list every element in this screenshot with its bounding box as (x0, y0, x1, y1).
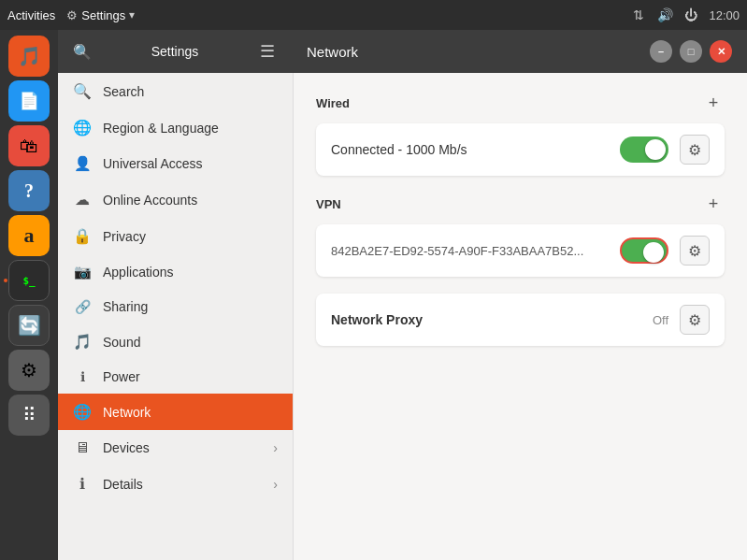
vpn-section-header: VPN + (316, 193, 725, 215)
sidebar-item-label: Privacy (103, 229, 146, 244)
sidebar-item-privacy[interactable]: 🔒 Privacy (58, 218, 293, 254)
dock-icon-appcenter[interactable]: 🛍 (8, 125, 50, 166)
vpn-row: 842BA2E7-ED92-5574-A90F-F33ABAA7B52... ⚙ (316, 224, 725, 277)
sidebar-item-region[interactable]: 🌐 Region & Language (58, 109, 293, 146)
globe-icon: 🌐 (73, 119, 92, 136)
content-area: Wired + Connected - 1000 Mb/s ⚙ VPN + (294, 73, 747, 560)
network-indicator-icon[interactable]: ⇅ (630, 7, 647, 23)
vpn-card: 842BA2E7-ED92-5574-A90F-F33ABAA7B52... ⚙ (316, 224, 725, 277)
search-icon-button[interactable]: 🔍 (69, 38, 95, 65)
vpn-add-button[interactable]: + (702, 193, 725, 215)
sidebar-item-universal-access[interactable]: 👤 Universal Access (58, 146, 293, 181)
chevron-right-icon: › (273, 477, 278, 492)
sidebar-item-sharing[interactable]: 🔗 Sharing (58, 290, 293, 323)
topbar: Activities ⚙ Settings ▾ ⇅ 🔊 ⏻ 12:00 (0, 0, 747, 30)
sidebar-item-network[interactable]: 🌐 Network (58, 394, 293, 430)
sound-icon: 🎵 (73, 333, 92, 351)
menu-button[interactable]: ☰ (254, 38, 280, 65)
clock: 12:00 (709, 8, 740, 22)
proxy-status: Off (653, 313, 668, 327)
close-button[interactable]: ✕ (710, 40, 732, 63)
vpn-label: VPN (316, 197, 341, 211)
devices-icon: 🖥 (73, 439, 92, 456)
proxy-label: Network Proxy (331, 312, 653, 327)
wired-settings-button[interactable]: ⚙ (680, 135, 710, 165)
search-icon: 🔍 (73, 82, 92, 100)
wired-card: Connected - 1000 Mb/s ⚙ (316, 123, 725, 176)
applications-icon: 📷 (73, 264, 92, 280)
dock-icon-amazon[interactable]: a (8, 215, 50, 256)
dock-icon-files[interactable]: 📄 (8, 80, 50, 122)
window-title: Network (307, 44, 358, 60)
volume-icon[interactable]: 🔊 (656, 7, 673, 23)
sidebar-item-label: Devices (103, 440, 150, 455)
sidebar-item-power[interactable]: ℹ Power (58, 360, 293, 394)
sidebar-item-label: Sound (103, 335, 140, 350)
proxy-settings-button[interactable]: ⚙ (680, 305, 710, 335)
wired-add-button[interactable]: + (702, 92, 725, 114)
chevron-right-icon: › (273, 440, 278, 455)
proxy-card: Network Proxy Off ⚙ (316, 294, 725, 346)
sidebar-item-label: Region & Language (103, 121, 219, 136)
sidebar-header: 🔍 Settings ☰ (58, 38, 292, 65)
main-container: 🎵 📄 🛍 ? a $_ 🔄 ⚙ ⠿ 🔍 Settings ☰ Network … (0, 30, 747, 560)
dock-icon-updater[interactable]: 🔄 (8, 305, 50, 346)
dock-icon-rhythmbox[interactable]: 🎵 (8, 36, 50, 77)
sharing-icon: 🔗 (73, 299, 92, 314)
sidebar-item-label: Sharing (103, 299, 148, 314)
vpn-id: 842BA2E7-ED92-5574-A90F-F33ABAA7B52... (331, 244, 620, 258)
sidebar-item-devices[interactable]: 🖥 Devices › (58, 430, 293, 466)
sidebar: 🔍 Search 🌐 Region & Language 👤 Universal… (58, 73, 294, 560)
wired-label: Wired (316, 96, 350, 110)
settings-window: 🔍 Settings ☰ Network – □ ✕ 🔍 Search (58, 30, 747, 560)
lock-icon: 🔒 (73, 227, 92, 245)
active-dot (4, 279, 7, 282)
sidebar-item-label: Power (103, 369, 140, 384)
dock-icon-settings[interactable]: ⚙ (8, 350, 50, 391)
details-icon: ℹ (73, 475, 92, 493)
settings-titlebar: 🔍 Settings ☰ Network – □ ✕ (58, 30, 747, 73)
vpn-toggle[interactable] (620, 237, 668, 264)
dock-icon-terminal[interactable]: $_ (8, 260, 50, 301)
wired-status: Connected - 1000 Mb/s (331, 142, 620, 157)
sidebar-item-details[interactable]: ℹ Details › (58, 466, 293, 502)
power-icon[interactable]: ⏻ (682, 7, 699, 23)
settings-body: 🔍 Search 🌐 Region & Language 👤 Universal… (58, 73, 747, 560)
sidebar-item-label: Details (103, 477, 143, 492)
wired-section-header: Wired + (316, 92, 725, 114)
network-icon: 🌐 (73, 403, 92, 421)
cloud-icon: ☁ (73, 191, 92, 208)
sidebar-item-sound[interactable]: 🎵 Sound (58, 323, 293, 360)
sidebar-item-label: Network (103, 405, 151, 420)
sidebar-item-label: Search (103, 84, 144, 99)
minimize-button[interactable]: – (650, 40, 672, 63)
sidebar-item-search[interactable]: 🔍 Search (58, 73, 293, 109)
settings-menu[interactable]: ⚙ Settings ▾ (66, 8, 135, 22)
sidebar-item-applications[interactable]: 📷 Applications (58, 254, 293, 290)
sidebar-item-label: Applications (103, 265, 174, 280)
window-controls: – □ ✕ (650, 40, 732, 63)
sidebar-item-label: Universal Access (103, 156, 203, 171)
content-titlebar: Network – □ ✕ (292, 40, 747, 63)
dock-icon-appgrid[interactable]: ⠿ (8, 395, 50, 436)
sidebar-item-label: Online Accounts (103, 193, 197, 208)
dock-icon-help[interactable]: ? (8, 170, 50, 211)
maximize-button[interactable]: □ (680, 40, 702, 63)
dock: 🎵 📄 🛍 ? a $_ 🔄 ⚙ ⠿ (0, 30, 58, 560)
power-icon: ℹ (73, 369, 92, 384)
sidebar-item-online-accounts[interactable]: ☁ Online Accounts (58, 181, 293, 218)
wired-row: Connected - 1000 Mb/s ⚙ (316, 123, 725, 176)
activities-button[interactable]: Activities (7, 8, 55, 22)
universal-access-icon: 👤 (73, 155, 92, 172)
wired-toggle[interactable] (620, 136, 668, 163)
sidebar-title: Settings (103, 44, 247, 59)
vpn-settings-button[interactable]: ⚙ (680, 236, 710, 266)
proxy-row: Network Proxy Off ⚙ (316, 294, 725, 346)
